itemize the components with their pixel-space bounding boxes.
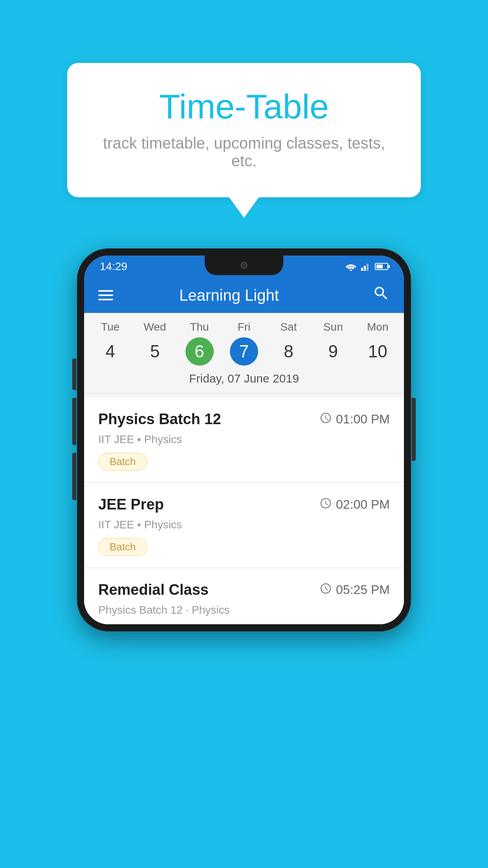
day-label-wed: Wed: [132, 321, 177, 333]
speech-bubble: Time-Table track timetable, upcoming cla…: [67, 63, 421, 197]
day-label-sat: Sat: [266, 321, 311, 333]
schedule-title-1: Physics Batch 12: [98, 411, 221, 428]
calendar-day-10[interactable]: 10: [356, 337, 400, 366]
schedule-item-1[interactable]: Physics Batch 12 01:00 PM IIT JEE • Phys…: [84, 397, 404, 483]
bubble-title: Time-Table: [99, 86, 389, 127]
clock-icon-3: [319, 582, 332, 598]
phone-mockup: 14:29: [77, 248, 411, 631]
calendar-day-7-selected[interactable]: 7: [230, 337, 258, 366]
day-labels: Tue Wed Thu Fri Sat Sun Mon: [88, 321, 400, 333]
schedule-time-2: 02:00 PM: [319, 497, 390, 512]
search-icon[interactable]: [372, 285, 390, 306]
app-bar-title: Learning Light: [125, 287, 333, 304]
phone-button-left3: [72, 453, 76, 500]
clock-icon-1: [319, 412, 332, 427]
clock-icon-2: [319, 497, 332, 512]
phone-screen: 14:29: [84, 256, 404, 624]
schedule-list: Physics Batch 12 01:00 PM IIT JEE • Phys…: [84, 397, 404, 624]
phone-button-right: [412, 398, 416, 461]
schedule-title-2: JEE Prep: [98, 496, 164, 513]
svg-point-0: [350, 269, 352, 271]
svg-rect-1: [361, 268, 363, 271]
status-time: 14:29: [100, 260, 127, 273]
schedule-title-3: Remedial Class: [98, 581, 209, 598]
day-label-fri: Fri: [222, 321, 266, 333]
day-label-sun: Sun: [311, 321, 355, 333]
day-numbers: 4 5 6 7 8 9 10: [88, 337, 400, 366]
app-bar: Learning Light: [84, 278, 404, 313]
schedule-time-text-2: 02:00 PM: [336, 497, 390, 512]
schedule-meta-1: IIT JEE • Physics: [98, 433, 390, 446]
day-label-thu: Thu: [177, 321, 222, 333]
schedule-time-3: 05:25 PM: [319, 582, 390, 598]
calendar-day-8[interactable]: 8: [266, 337, 311, 366]
schedule-meta-2: IIT JEE • Physics: [98, 519, 390, 531]
phone-button-left2: [72, 398, 76, 445]
schedule-item-2[interactable]: JEE Prep 02:00 PM IIT JEE • Physics Batc…: [84, 483, 404, 568]
calendar-day-5[interactable]: 5: [132, 337, 177, 366]
batch-tag-1: Batch: [98, 453, 147, 471]
phone-button-left1: [72, 359, 76, 390]
schedule-item-2-header: JEE Prep 02:00 PM: [98, 496, 390, 513]
svg-rect-3: [367, 264, 369, 271]
schedule-item-3[interactable]: Remedial Class 05:25 PM Physics Batch 12…: [84, 568, 404, 624]
schedule-time-text-1: 01:00 PM: [336, 412, 390, 427]
selected-date-label: Friday, 07 June 2019: [88, 366, 400, 394]
camera-dot: [240, 262, 248, 269]
svg-rect-2: [364, 266, 366, 271]
batch-tag-2: Batch: [98, 538, 147, 556]
bubble-subtitle: track timetable, upcoming classes, tests…: [99, 134, 389, 170]
day-label-tue: Tue: [88, 321, 132, 333]
schedule-time-1: 01:00 PM: [319, 412, 390, 427]
calendar-day-9[interactable]: 9: [311, 337, 355, 366]
battery-icon: [375, 263, 388, 270]
schedule-time-text-3: 05:25 PM: [336, 583, 390, 597]
calendar-week: Tue Wed Thu Fri Sat Sun Mon 4 5 6 7 8 9 …: [84, 313, 404, 397]
hamburger-menu-icon[interactable]: [98, 290, 113, 300]
wifi-icon: [345, 262, 357, 271]
schedule-meta-3: Physics Batch 12 · Physics: [98, 604, 390, 616]
calendar-day-4[interactable]: 4: [88, 337, 132, 366]
schedule-item-3-header: Remedial Class 05:25 PM: [98, 581, 390, 598]
schedule-item-1-header: Physics Batch 12 01:00 PM: [98, 411, 390, 428]
status-icons: [345, 262, 388, 271]
signal-icon: [361, 262, 371, 271]
calendar-day-6-today[interactable]: 6: [185, 337, 214, 366]
speech-bubble-container: Time-Table track timetable, upcoming cla…: [67, 63, 421, 197]
phone-notch: [205, 256, 283, 275]
day-label-mon: Mon: [356, 321, 400, 333]
phone-outer: 14:29: [77, 248, 411, 631]
